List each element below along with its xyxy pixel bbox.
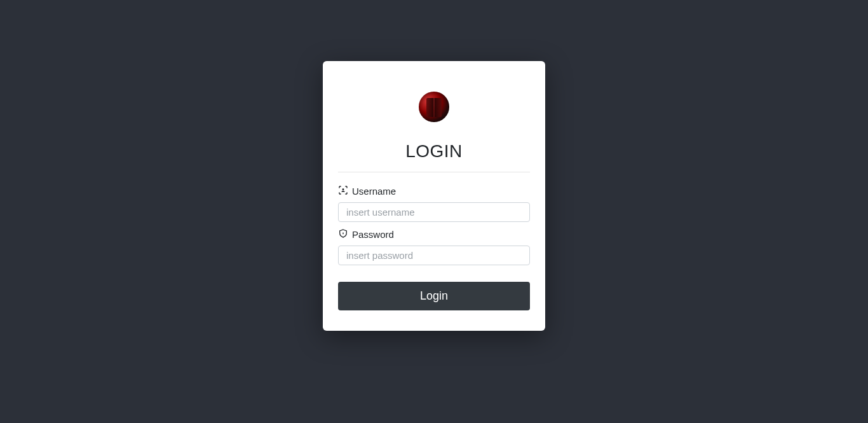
login-card: LOGIN Username Password bbox=[323, 61, 545, 331]
login-title: LOGIN bbox=[338, 141, 530, 162]
password-input[interactable] bbox=[338, 246, 530, 265]
svg-rect-2 bbox=[343, 233, 344, 234]
username-label: Username bbox=[352, 186, 396, 197]
app-logo bbox=[419, 92, 449, 122]
username-label-row: Username bbox=[338, 185, 530, 197]
divider bbox=[338, 172, 530, 172]
user-frame-icon bbox=[338, 185, 348, 197]
shield-icon bbox=[338, 228, 348, 240]
svg-point-0 bbox=[342, 188, 344, 190]
username-input[interactable] bbox=[338, 202, 530, 222]
login-form: Username Password Login bbox=[338, 185, 530, 310]
password-label: Password bbox=[352, 229, 394, 240]
password-label-row: Password bbox=[338, 228, 530, 240]
login-button[interactable]: Login bbox=[338, 282, 530, 310]
